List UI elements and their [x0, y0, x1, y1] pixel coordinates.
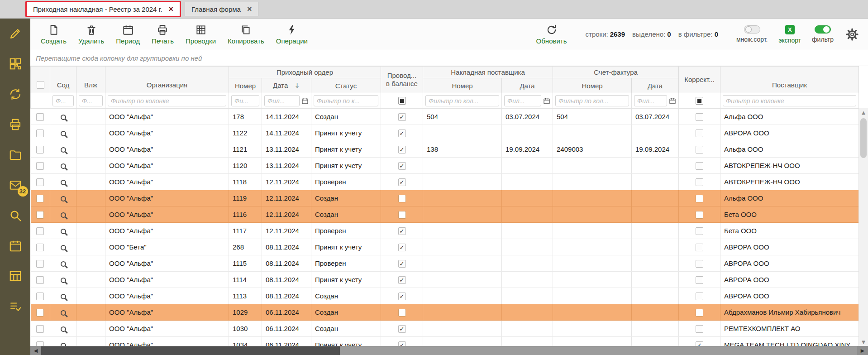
magnifier-icon[interactable] — [61, 212, 66, 218]
filter-org[interactable] — [105, 93, 229, 109]
close-icon[interactable]: × — [247, 5, 252, 13]
balance-checkbox[interactable]: ✓ — [398, 293, 406, 300]
row-checkbox[interactable] — [36, 260, 44, 268]
row-checkbox[interactable] — [36, 244, 44, 251]
filter-supplier-num[interactable] — [423, 93, 502, 109]
magnifier-icon[interactable] — [61, 196, 66, 201]
filter-balance[interactable] — [381, 93, 423, 109]
filter-supplier-date[interactable] — [502, 93, 553, 109]
select-all-checkbox[interactable] — [37, 81, 44, 89]
scroll-left-icon[interactable]: ◀ — [30, 346, 41, 355]
correct-checkbox[interactable] — [696, 146, 703, 154]
calendar-icon[interactable] — [669, 97, 676, 105]
org-filter-input[interactable] — [108, 95, 226, 106]
status-filter-input[interactable] — [314, 95, 378, 106]
correct-checkbox[interactable] — [696, 276, 703, 284]
magnifier-icon[interactable] — [61, 115, 66, 120]
calendar-icon[interactable] — [301, 97, 309, 105]
balance-checkbox[interactable]: ✓ — [398, 178, 406, 186]
balance-checkbox[interactable] — [398, 309, 406, 317]
column-header-invoice-date[interactable]: Дата — [632, 78, 679, 93]
correct-checkbox[interactable] — [696, 325, 703, 333]
balance-checkbox[interactable]: ✓ — [398, 146, 406, 154]
calendar-icon[interactable] — [9, 239, 22, 253]
balance-checkbox[interactable]: ✓ — [398, 260, 406, 268]
refresh-button[interactable]: Обновить — [530, 24, 573, 45]
date-filter-input[interactable] — [264, 95, 300, 106]
balance-checkbox[interactable]: ✓ — [398, 130, 406, 137]
column-header-date[interactable]: Дата↓ — [262, 78, 311, 93]
table-row[interactable]: ООО "Альфа" 1117 12.11.2024 Проверен ✓ Б… — [31, 223, 859, 239]
filter-invoice-date[interactable] — [632, 93, 679, 109]
invoice-number-filter-input[interactable] — [555, 95, 629, 106]
column-header-org[interactable]: Организация — [105, 67, 229, 93]
group-by-bar[interactable]: Перетащите сюда колонку для группировки … — [30, 50, 868, 66]
balance-checkbox[interactable] — [398, 195, 406, 202]
filter-supplier[interactable] — [720, 93, 859, 109]
balance-checkbox[interactable]: ✓ — [398, 162, 406, 170]
edit-icon[interactable] — [9, 27, 22, 40]
settings-gear-icon[interactable] — [845, 28, 859, 41]
magnifier-icon[interactable] — [61, 310, 66, 316]
operations-button[interactable]: Операции — [270, 24, 314, 45]
correct-checkbox[interactable] — [696, 178, 703, 186]
modules-icon[interactable] — [9, 57, 22, 71]
column-header-balance[interactable]: Провод... в балансе — [381, 67, 423, 93]
row-checkbox[interactable] — [36, 113, 44, 121]
row-checkbox[interactable] — [36, 195, 44, 202]
column-header-sod[interactable]: Сод — [50, 67, 76, 93]
magnifier-icon[interactable] — [61, 229, 66, 234]
magnifier-icon[interactable] — [61, 261, 66, 267]
row-checkbox[interactable] — [36, 276, 44, 284]
correct-checkbox[interactable] — [696, 227, 703, 235]
mail-icon[interactable]: 32 — [9, 178, 22, 192]
table-row[interactable]: ООО "Альфа" 1122 14.11.2024 Принят к уче… — [31, 125, 859, 141]
correct-checkbox[interactable] — [696, 309, 703, 317]
balance-checkbox[interactable]: ✓ — [398, 227, 406, 235]
table-row[interactable]: ООО "Альфа" 1120 13.11.2024 Принят к уче… — [31, 158, 859, 174]
row-checkbox[interactable] — [36, 309, 44, 317]
correct-checkbox[interactable] — [696, 244, 703, 251]
sync-icon[interactable] — [9, 87, 22, 101]
table-row[interactable]: ООО "Альфа" 1114 08.11.2024 Принят к уче… — [31, 272, 859, 288]
balance-filter-checkbox[interactable] — [398, 97, 406, 105]
filter-invoice-num[interactable] — [553, 93, 632, 109]
calendar-icon[interactable] — [543, 97, 550, 105]
column-header-correct[interactable]: Коррект... — [679, 67, 720, 93]
column-header-supplier[interactable]: Поставщик — [720, 67, 859, 93]
vertical-scroll-thumb[interactable] — [860, 118, 867, 158]
row-checkbox[interactable] — [36, 227, 44, 235]
search-icon[interactable] — [9, 209, 22, 222]
sod-filter-input[interactable] — [52, 95, 74, 106]
filter-num[interactable] — [229, 93, 262, 109]
filter-sod[interactable] — [50, 93, 76, 109]
sort-desc-icon[interactable]: ↓ — [294, 82, 300, 90]
copy-button[interactable]: Копировать — [222, 24, 270, 45]
filter-vlzh[interactable] — [76, 93, 105, 109]
print-icon[interactable] — [9, 118, 22, 131]
balance-checkbox[interactable]: ✓ — [398, 244, 406, 251]
column-header-supplier-number[interactable]: Номер — [423, 78, 502, 93]
filter-date[interactable] — [262, 93, 311, 109]
scroll-right-icon[interactable]: ▶ — [857, 346, 868, 355]
horizontal-scrollbar[interactable]: ◀ ▶ — [30, 346, 868, 355]
magnifier-icon[interactable] — [61, 326, 66, 332]
column-header-status[interactable]: Статус — [311, 78, 381, 93]
supplier-date-filter-input[interactable] — [504, 95, 541, 106]
registry-icon[interactable] — [9, 269, 22, 283]
table-row[interactable]: ООО "Бета" 268 08.11.2024 Принят к учету… — [31, 239, 859, 255]
column-header-supplier-date[interactable]: Дата — [502, 78, 553, 93]
correct-checkbox[interactable] — [696, 211, 703, 219]
magnifier-icon[interactable] — [61, 163, 66, 169]
balance-checkbox[interactable]: ✓ — [398, 276, 406, 284]
period-button[interactable]: Период — [110, 24, 146, 45]
supplier-number-filter-input[interactable] — [425, 95, 499, 106]
magnifier-icon[interactable] — [61, 245, 66, 250]
scroll-down-icon[interactable]: ▼ — [859, 338, 868, 346]
excel-icon[interactable]: X — [785, 25, 795, 34]
table-row[interactable]: ООО "Альфа" 1029 06.11.2024 Создан Абдра… — [31, 304, 859, 321]
column-header-number[interactable]: Номер — [229, 78, 262, 93]
select-all-header[interactable] — [31, 67, 50, 93]
tasks-icon[interactable] — [9, 300, 22, 313]
table-row[interactable]: ООО "Альфа" 1121 13.11.2024 Принят к уче… — [31, 141, 859, 158]
